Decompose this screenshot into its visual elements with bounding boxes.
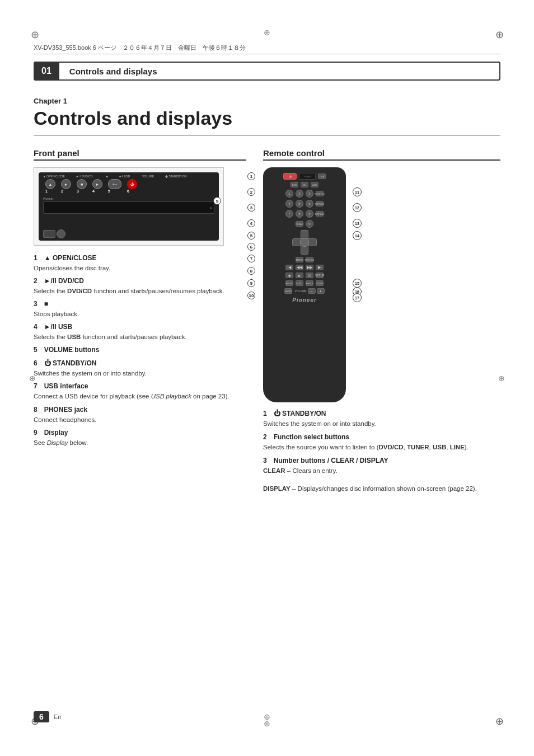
remote-row-menu: MENU RETURN — [266, 257, 343, 262]
remote-clear-btn: CLEAR — [296, 221, 303, 227]
remote-slow-btn: SLOW — [316, 280, 324, 286]
remote-standby-btn: ⏻ — [283, 173, 297, 180]
remote-row-audio: AUDIO SUB-T ANGLE SLOW — [266, 280, 343, 286]
callout-1: 1 — [247, 167, 255, 185]
front-panel-desc-list: 1 ▲ OPEN/CLOSE Opens/closes the disc tra… — [34, 253, 246, 447]
remote-menu-btn: MENU — [296, 257, 303, 262]
remote-image-wrapper: 1 2 3 4 5 — [263, 167, 346, 402]
fp-item-6: 6 ⏻ STANDBY/ON Switches the system on or… — [34, 359, 246, 378]
fp-btn-vol: +− — [108, 179, 121, 189]
remote-pause-btn: II — [306, 273, 313, 278]
header-bar: XV-DV353_555.book 6 ページ ２０６年４月７日 金曜日 午後６… — [34, 44, 500, 54]
fp-item-8: 8 PHONES jack Connect headphones. — [34, 405, 246, 424]
remote-visual-area: 1 2 3 4 5 — [263, 167, 500, 402]
remote-mute-btn: MUTE — [284, 288, 292, 294]
callout-3: 3 — [247, 199, 255, 217]
file-info: XV-DV353_555.book 6 ページ ２０６年４月７日 金曜日 午後６… — [34, 44, 246, 51]
fp-item-9: 9 Display See Display below. — [34, 428, 246, 447]
remote-vol-area: VOLUME − + — [294, 288, 324, 294]
remote-num-5: 5 — [296, 200, 303, 208]
remote-item-1: 1 ⏻ STANDBY/ON Switches the system on or… — [263, 409, 500, 428]
front-panel-title: Front panel — [34, 148, 246, 161]
fp-num-1: 1 — [45, 189, 48, 193]
callout-labels-left: 1 2 3 4 5 — [247, 167, 255, 302]
fp-btn-standby: ⏻ — [127, 179, 137, 189]
callout-5: 5 — [247, 230, 255, 241]
front-panel-section: Front panel ▲ OPEN/CLOSE ► II DVD/CD ■ ►… — [34, 148, 246, 497]
callout-10: 10 — [247, 289, 255, 302]
remote-shuffle-btn: SHUFFLE — [316, 191, 324, 196]
callout-r-14: 14 — [353, 230, 362, 241]
chapter-number: 01 — [34, 62, 59, 81]
remote-desc-list: 1 ⏻ STANDBY/ON Switches the system on or… — [263, 409, 500, 493]
crosshair-footer-center: ⊕ — [264, 712, 270, 721]
remote-prev-btn: |◀ — [285, 265, 293, 270]
remote-stop-btn: ■ — [285, 273, 293, 278]
remote-play-btn: ► — [296, 273, 303, 278]
remote-line-btn: LINE — [311, 182, 318, 187]
remote-brand-logo: Pioneer — [266, 297, 343, 303]
remote-num-4: 4 — [285, 200, 293, 208]
page-footer: 6 En ⊕ — [34, 711, 500, 722]
remote-num-1: 1 — [285, 190, 293, 198]
page-number: 6 — [34, 711, 49, 722]
remote-setup-btn: SETUP — [316, 273, 324, 278]
remote-row-1: ⏻ TUNER USB — [266, 173, 343, 180]
fp-device: ▲ OPEN/CLOSE ► II DVD/CD ■ ►II USB VOLUM… — [39, 172, 219, 241]
remote-num-7: 7 — [285, 210, 293, 218]
remote-num-0: 0 — [306, 220, 313, 228]
remote-dpad-down — [301, 246, 308, 255]
remote-control-section: Remote control 1 2 3 — [263, 148, 500, 497]
remote-row-2: DVD CD LINE — [266, 182, 343, 187]
remote-display-btn: DISPLAY — [316, 211, 324, 217]
fp-item-4: 4 ►/II USB Selects the USB function and … — [34, 322, 246, 341]
remote-item-2: 2 Function select buttons Selects the so… — [263, 433, 500, 452]
corner-mark-tr: ⊕ — [491, 27, 507, 43]
remote-rew-btn: ◀◀ — [296, 265, 303, 270]
remote-vol-down: − — [308, 288, 316, 294]
remote-dpad-right — [308, 238, 317, 246]
remote-audio-btn: AUDIO — [285, 280, 293, 286]
remote-repeat-btn: REPEAT — [316, 201, 324, 206]
remote-control-title: Remote control — [263, 148, 500, 161]
callout-8: 8 — [247, 265, 255, 277]
fp-item-1: 1 ▲ OPEN/CLOSE Opens/closes the disc tra… — [34, 253, 246, 273]
fp-item-2: 2 ►/II DVD/CD Selects the DVD/CD functio… — [34, 276, 246, 295]
remote-sub-btn: SUB-T — [296, 280, 303, 286]
remote-enter-btn — [300, 238, 309, 247]
remote-dvd-btn: DVD — [291, 182, 298, 187]
remote-cd-btn: CD — [301, 182, 308, 187]
two-column-layout: Front panel ▲ OPEN/CLOSE ► II DVD/CD ■ ►… — [34, 148, 500, 497]
chapter-band-title: Controls and displays — [59, 62, 500, 81]
callout-r-17: 17 — [353, 294, 362, 302]
callout-r-13: 13 — [353, 217, 362, 230]
callout-6: 6 — [247, 241, 255, 252]
callout-7: 7 — [247, 252, 255, 265]
fp-btn-dvdcd: ► — [61, 179, 71, 189]
remote-row-6: CLEAR 0 — [266, 220, 343, 228]
fp-item-3: 3 ■ Stops playback. — [34, 299, 246, 318]
remote-row-3: 1 2 3 SHUFFLE — [266, 190, 343, 198]
remote-num-2: 2 — [296, 190, 303, 198]
callout-9: 9 — [247, 277, 255, 289]
fp-item-7: 7 USB interface Connect a USB device for… — [34, 382, 246, 401]
remote-next-btn: ▶| — [316, 265, 324, 270]
remote-top-btn-1: USB — [318, 173, 326, 179]
remote-angle-btn: ANGLE — [306, 280, 313, 286]
front-panel-image: ▲ OPEN/CLOSE ► II DVD/CD ■ ►II USB VOLUM… — [34, 167, 224, 246]
remote-row-stop-play: ■ ► II SETUP — [266, 273, 343, 278]
fp-usb-port — [43, 230, 55, 238]
fp-num-4: 4 — [92, 189, 95, 193]
remote-vol-up: + — [317, 288, 325, 294]
callout-r-11: 11 — [353, 185, 362, 199]
remote-num-9: 9 — [306, 210, 313, 218]
page-language: En — [54, 713, 61, 720]
fp-btn-stop: ■ — [77, 179, 87, 189]
remote-num-8: 8 — [296, 210, 303, 218]
remote-row-playback: |◀ ◀◀ ▶▶ ▶| — [266, 265, 343, 270]
remote-row-5: 7 8 9 DISPLAY — [266, 210, 343, 218]
chapter-band: 01 Controls and displays — [34, 62, 500, 81]
remote-row-vol: MUTE VOLUME − + — [266, 288, 343, 294]
fp-phones-jack — [57, 229, 65, 238]
remote-item-3: 3 Number buttons / CLEAR / DISPLAY CLEAR… — [263, 456, 500, 493]
